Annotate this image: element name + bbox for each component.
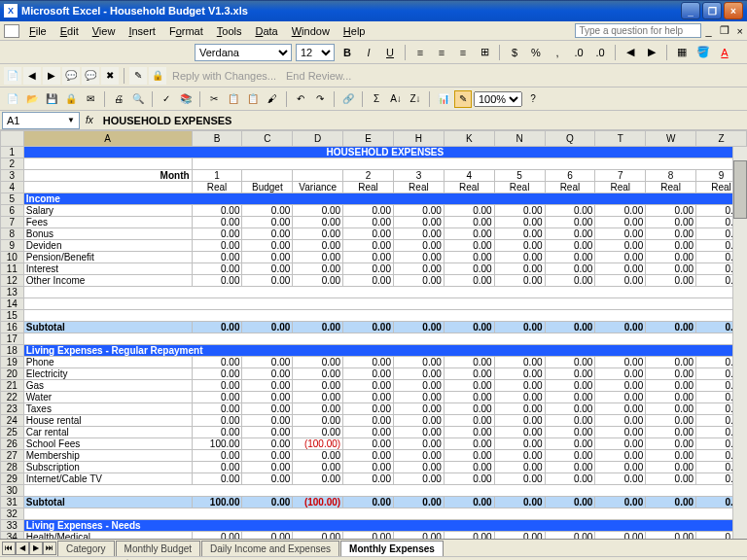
tab-category[interactable]: Category [57, 541, 115, 556]
size-select[interactable]: 12 [296, 44, 335, 61]
fx-button[interactable]: fx [80, 115, 99, 125]
tab-monthly[interactable]: Monthly Budget [116, 541, 201, 556]
row-5[interactable]: 5 [1, 193, 24, 205]
spell-button[interactable]: ✓ [158, 90, 175, 108]
doc-close-button[interactable]: × [733, 25, 747, 37]
menu-data[interactable]: Data [248, 23, 284, 39]
vertical-scrollbar[interactable] [732, 147, 747, 539]
show-icon[interactable]: 💬 [62, 67, 80, 85]
increase-decimal-button[interactable]: .0 [570, 44, 587, 61]
menu-insert[interactable]: Insert [122, 23, 162, 39]
tab-first-button[interactable]: ⏮ [2, 542, 16, 555]
mail-button[interactable]: ✉ [82, 90, 99, 108]
fill-color-button[interactable]: 🪣 [694, 44, 712, 61]
doc-restore-button[interactable]: ❐ [716, 24, 733, 37]
col-W[interactable]: W [646, 131, 696, 147]
align-right-button[interactable]: ≡ [454, 44, 472, 61]
col-D[interactable]: D [293, 131, 343, 147]
redo-button[interactable]: ↷ [311, 90, 329, 108]
hide-icon[interactable]: 💬 [82, 67, 99, 85]
section-living1[interactable]: Living Expenses - Regular Repayment [23, 345, 746, 357]
ink-icon[interactable]: ✎ [129, 67, 147, 85]
merge-button[interactable]: ⊞ [476, 44, 493, 61]
menu-tools[interactable]: Tools [210, 23, 249, 39]
tab-daily[interactable]: Daily Income and Expenses [201, 541, 339, 556]
borders-button[interactable]: ▦ [673, 44, 691, 61]
tab-prev-button[interactable]: ◀ [16, 542, 29, 555]
sort-desc-button[interactable]: Z↓ [407, 90, 424, 108]
drawing-button[interactable]: ✎ [454, 90, 472, 108]
help-button[interactable]: ? [524, 90, 542, 108]
menu-edit[interactable]: Edit [53, 23, 86, 39]
next-icon[interactable]: ▶ [43, 67, 60, 85]
section-living2[interactable]: Living Expenses - Needs [23, 520, 746, 532]
col-C[interactable]: C [242, 131, 293, 147]
permission-button[interactable]: 🔒 [62, 90, 80, 108]
paste-button[interactable]: 📋 [244, 90, 262, 108]
close-button[interactable]: × [724, 2, 743, 19]
cut-button[interactable]: ✂ [205, 90, 223, 108]
save-button[interactable]: 💾 [43, 90, 60, 108]
minimize-button[interactable]: _ [681, 2, 700, 19]
italic-button[interactable]: I [360, 44, 377, 61]
align-left-button[interactable]: ≡ [411, 44, 429, 61]
doc-minimize-button[interactable]: _ [701, 25, 715, 37]
section-income[interactable]: Income [23, 193, 746, 205]
tab-last-button[interactable]: ⏭ [43, 542, 56, 555]
worksheet[interactable]: A B C D E H K N Q T W Z 1HOUSEHOLD EXPEN… [0, 130, 747, 539]
col-A[interactable]: A [23, 131, 192, 147]
decrease-indent-button[interactable]: ◀ [622, 44, 639, 61]
hyperlink-button[interactable]: 🔗 [339, 90, 357, 108]
menu-file[interactable]: File [22, 23, 53, 39]
col-N[interactable]: N [494, 131, 545, 147]
bold-button[interactable]: B [338, 44, 356, 61]
decrease-decimal-button[interactable]: .0 [591, 44, 609, 61]
comma-button[interactable]: , [549, 44, 566, 61]
maximize-button[interactable]: ❐ [702, 2, 722, 19]
col-Z[interactable]: Z [696, 131, 747, 147]
prev-icon[interactable]: ◀ [23, 67, 41, 85]
name-box[interactable]: A1 ▼ [2, 112, 80, 129]
menu-window[interactable]: Window [285, 23, 337, 39]
menu-view[interactable]: View [86, 23, 123, 39]
col-K[interactable]: K [444, 131, 494, 147]
help-search-input[interactable] [575, 23, 701, 38]
chart-button[interactable]: 📊 [435, 90, 452, 108]
protect-icon[interactable]: 🔒 [149, 67, 166, 85]
select-all-corner[interactable] [1, 131, 24, 147]
currency-button[interactable]: $ [506, 44, 523, 61]
menu-format[interactable]: Format [162, 23, 210, 39]
col-T[interactable]: T [595, 131, 646, 147]
name-box-dropdown-icon[interactable]: ▼ [67, 116, 75, 124]
research-button[interactable]: 📚 [177, 90, 195, 108]
undo-button[interactable]: ↶ [292, 90, 309, 108]
row-3[interactable]: 3 [1, 170, 24, 182]
font-color-button[interactable]: A [716, 44, 733, 61]
format-painter-button[interactable]: 🖌 [264, 90, 281, 108]
col-Q[interactable]: Q [545, 131, 595, 147]
formula-bar[interactable]: HOUSEHOLD EXPENSES [99, 115, 747, 126]
month-label[interactable]: Month [23, 170, 192, 182]
title-cell[interactable]: HOUSEHOLD EXPENSES [23, 147, 746, 158]
autosum-button[interactable]: Σ [368, 90, 385, 108]
delete-icon[interactable]: ✖ [101, 67, 119, 85]
print-button[interactable]: 🖨 [110, 90, 127, 108]
percent-button[interactable]: % [527, 44, 545, 61]
tab-next-button[interactable]: ▶ [29, 542, 43, 555]
open-button[interactable]: 📂 [23, 90, 41, 108]
underline-button[interactable]: U [381, 44, 399, 61]
new-button[interactable]: 📄 [4, 90, 21, 108]
copy-button[interactable]: 📋 [225, 90, 242, 108]
row-2[interactable]: 2 [1, 158, 24, 170]
col-E[interactable]: E [343, 131, 394, 147]
reply-changes-button[interactable]: Reply with Changes... [168, 70, 280, 82]
col-B[interactable]: B [192, 131, 242, 147]
font-select[interactable]: Verdana [195, 44, 292, 61]
col-H[interactable]: H [393, 131, 444, 147]
preview-button[interactable]: 🔍 [129, 90, 147, 108]
scrollbar-thumb[interactable] [733, 160, 747, 219]
end-review-button[interactable]: End Review... [282, 70, 355, 82]
align-center-button[interactable]: ≡ [433, 44, 450, 61]
row-4[interactable]: 4 [1, 182, 24, 193]
sort-asc-button[interactable]: A↓ [387, 90, 405, 108]
